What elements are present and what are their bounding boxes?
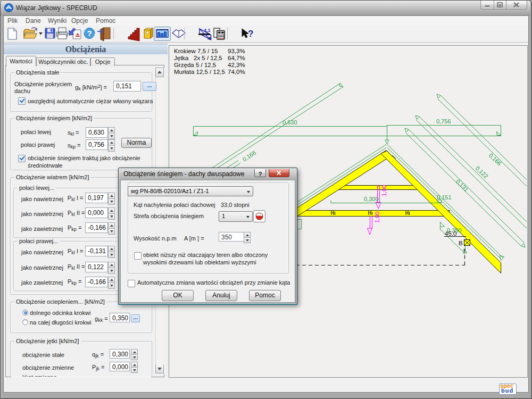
svg-text:0,151: 0,151 xyxy=(437,194,452,201)
svg-text:0,630: 0,630 xyxy=(282,119,297,126)
svg-text:0,122: 0,122 xyxy=(475,165,489,180)
svg-text:?: ? xyxy=(248,29,253,39)
svg-text:1,00: 1,00 xyxy=(381,185,387,196)
svg-text:45,0: 45,0 xyxy=(445,230,456,237)
svg-text:93,3%: 93,3% xyxy=(228,48,245,54)
svg-text:42,3%: 42,3% xyxy=(228,62,245,68)
svg-text:1,00: 1,00 xyxy=(374,212,380,223)
svg-text:Murłata 12,5 / 12,5: Murłata 12,5 / 12,5 xyxy=(174,69,225,75)
svg-text:Grzęda 5 / 12,5: Grzęda 5 / 12,5 xyxy=(174,62,216,68)
svg-text:0,300: 0,300 xyxy=(364,196,379,202)
svg-text:64,7%: 64,7% xyxy=(228,55,245,61)
svg-text:0,131: 0,131 xyxy=(455,178,470,193)
svg-text:Krokiew 7,5 / 15: Krokiew 7,5 / 15 xyxy=(174,48,218,54)
svg-text:0,756: 0,756 xyxy=(436,118,451,124)
svg-text:4,1: 4,1 xyxy=(204,28,211,33)
svg-text:?: ? xyxy=(87,29,92,38)
svg-text:2x 5 / 12,5: 2x 5 / 12,5 xyxy=(194,55,222,61)
svg-text:B: B xyxy=(459,240,463,246)
svg-text:Jętka: Jętka xyxy=(174,55,189,61)
svg-text:74,0%: 74,0% xyxy=(228,69,245,75)
